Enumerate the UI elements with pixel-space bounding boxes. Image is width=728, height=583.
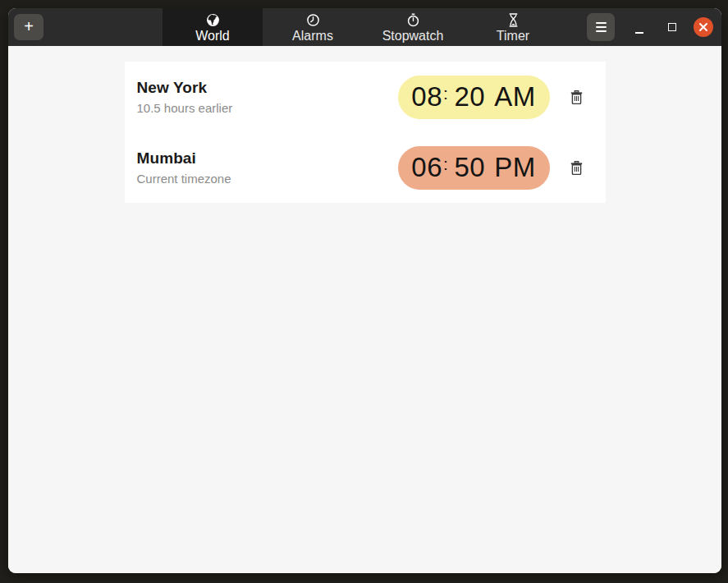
globe-icon	[206, 13, 220, 27]
time-minutes: 20	[454, 81, 485, 112]
add-clock-button[interactable]: +	[14, 14, 43, 40]
trash-icon	[570, 90, 583, 104]
stopwatch-icon	[406, 13, 420, 27]
headerbar: + World Alarms	[8, 8, 721, 46]
hourglass-icon	[507, 13, 520, 27]
clocks-window: + World Alarms	[8, 8, 721, 573]
delete-clock-button[interactable]	[568, 87, 586, 107]
tab-world-label: World	[195, 28, 230, 44]
time-hours: 06	[411, 152, 442, 183]
hamburger-menu-button[interactable]	[587, 13, 615, 41]
city-name: Mumbai	[137, 149, 398, 168]
tab-alarms[interactable]: Alarms	[263, 8, 363, 46]
trash-icon	[570, 161, 583, 175]
clock-row-new-york: New York 10.5 hours earlier 08:20AM	[125, 62, 606, 132]
close-button[interactable]	[694, 17, 713, 37]
tab-timer[interactable]: Timer	[463, 8, 563, 46]
time-separator: :	[443, 84, 448, 103]
delete-clock-button[interactable]	[568, 158, 586, 177]
clocks-list: New York 10.5 hours earlier 08:20AM	[125, 62, 606, 203]
clock-info: New York 10.5 hours earlier	[137, 79, 398, 115]
time-badge: 08:20AM	[398, 76, 550, 119]
world-clocks-view: New York 10.5 hours earlier 08:20AM	[8, 46, 721, 573]
view-switcher: World Alarms	[163, 8, 563, 46]
timezone-offset-label: Current timezone	[137, 172, 398, 186]
city-name: New York	[137, 79, 398, 97]
alarm-icon	[306, 13, 320, 27]
tab-alarms-label: Alarms	[292, 28, 333, 44]
time-badge: 06:50PM	[398, 146, 550, 190]
time-hours: 08	[411, 81, 442, 112]
clock-info: Mumbai Current timezone	[137, 149, 398, 186]
tab-stopwatch[interactable]: Stopwatch	[363, 8, 463, 46]
time-separator: :	[443, 154, 448, 174]
window-controls	[587, 8, 721, 46]
time-period: PM	[494, 152, 536, 183]
tab-timer-label: Timer	[497, 28, 529, 44]
tab-world[interactable]: World	[163, 8, 263, 46]
clock-row-mumbai: Mumbai Current timezone 06:50PM	[125, 132, 606, 203]
time-period: AM	[494, 81, 536, 112]
timezone-offset-label: 10.5 hours earlier	[137, 101, 398, 115]
time-minutes: 50	[454, 152, 485, 183]
minimize-button[interactable]	[630, 17, 649, 37]
tab-stopwatch-label: Stopwatch	[382, 28, 444, 44]
maximize-button[interactable]	[662, 17, 682, 37]
